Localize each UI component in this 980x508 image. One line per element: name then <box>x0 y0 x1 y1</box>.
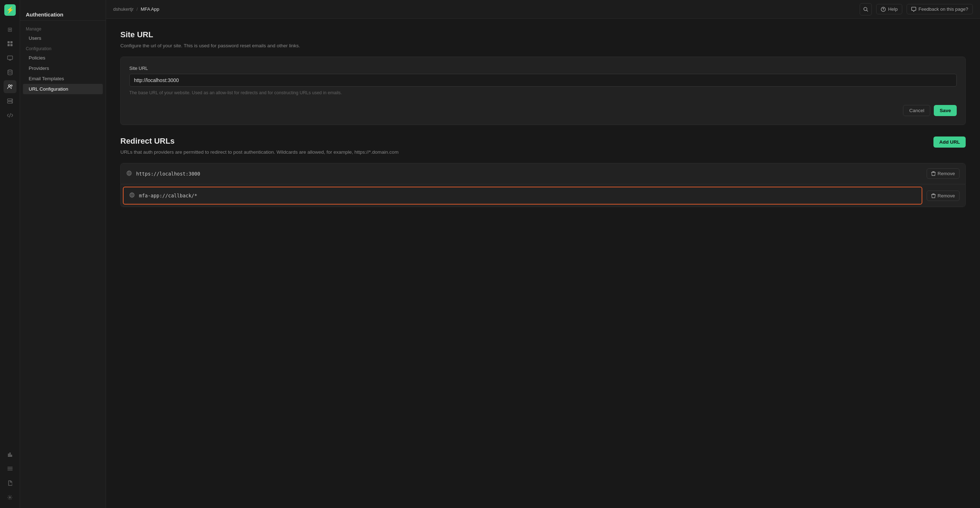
main-content: Site URL Configure the url of your site.… <box>106 19 980 508</box>
svg-point-6 <box>8 70 12 71</box>
search-icon <box>863 7 868 12</box>
search-button[interactable] <box>860 3 872 15</box>
svg-rect-0 <box>8 41 10 43</box>
site-url-section-desc: Configure the url of your site. This is … <box>120 42 966 49</box>
sidebar-item-policies[interactable]: Policies <box>23 53 103 63</box>
table-nav-icon[interactable] <box>3 37 16 50</box>
page-title-area: Authentication <box>20 6 106 21</box>
svg-rect-3 <box>10 44 13 46</box>
breadcrumb-user[interactable]: dshukertjr <box>113 6 134 12</box>
site-url-save-button[interactable]: Save <box>934 105 957 116</box>
manage-section-label: Manage <box>20 24 106 33</box>
redirect-entry-wrapper-1: mfa-app://callback/* Remove <box>121 184 965 207</box>
svg-point-21 <box>9 497 11 498</box>
remove-label-0: Remove <box>938 171 955 176</box>
configuration-section-label: Configuration <box>20 43 106 53</box>
home-nav-icon[interactable]: ⊞ <box>3 23 16 36</box>
redirect-urls-header: Redirect URLs URLs that auth providers a… <box>120 137 966 156</box>
header-right: Help Feedback on this page? <box>860 3 973 15</box>
svg-line-13 <box>9 113 11 118</box>
svg-line-23 <box>867 10 868 11</box>
remove-label-1: Remove <box>938 193 955 199</box>
breadcrumb: dshukertjr / MFA App <box>113 6 159 12</box>
file-nav-icon[interactable] <box>3 476 16 489</box>
redirect-urls-section-desc: URLs that auth providers are permitted t… <box>120 149 399 156</box>
globe-icon-1 <box>129 193 135 199</box>
svg-rect-2 <box>8 44 10 46</box>
logo-icon: ⚡ <box>6 6 14 14</box>
help-button[interactable]: Help <box>876 4 902 14</box>
sidebar-item-providers[interactable]: Providers <box>23 63 103 73</box>
help-icon <box>881 7 886 12</box>
list-nav-icon[interactable] <box>3 462 16 475</box>
main-wrapper: dshukertjr / MFA App Help Feedback on th… <box>106 0 980 508</box>
svg-rect-4 <box>8 56 13 59</box>
svg-point-11 <box>11 100 12 100</box>
site-url-field-label: Site URL <box>129 65 957 71</box>
monitor-nav-icon[interactable] <box>3 52 16 64</box>
redirect-entry-0: https://localhost:3000 Remove <box>121 163 965 184</box>
icon-sidebar: ⚡ ⊞ <box>0 0 20 508</box>
svg-point-22 <box>864 7 867 10</box>
site-url-section-title: Site URL <box>120 30 966 40</box>
feedback-label: Feedback on this page? <box>918 6 968 12</box>
app-logo[interactable]: ⚡ <box>4 4 16 16</box>
site-url-input[interactable] <box>129 74 957 87</box>
svg-rect-16 <box>10 453 10 456</box>
help-label: Help <box>888 6 897 12</box>
redirect-url-text-0: https://localhost:3000 <box>136 171 922 177</box>
svg-point-25 <box>883 10 884 10</box>
sidebar-item-url-configuration[interactable]: URL Configuration <box>23 84 103 94</box>
trash-icon-0 <box>931 171 935 176</box>
site-url-field-hint: The base URL of your website. Used as an… <box>129 89 957 96</box>
storage-nav-icon[interactable] <box>3 95 16 107</box>
left-nav-panel: Authentication Manage Users Configuratio… <box>20 0 106 508</box>
breadcrumb-page: MFA App <box>141 6 159 12</box>
redirect-entries-list: https://localhost:3000 Remove mfa-app://… <box>120 163 966 207</box>
svg-rect-31 <box>932 172 934 172</box>
svg-rect-37 <box>932 194 934 194</box>
page-title: Authentication <box>26 11 100 18</box>
code-nav-icon[interactable] <box>3 109 16 122</box>
site-url-cancel-button[interactable]: Cancel <box>903 105 930 116</box>
feedback-button[interactable]: Feedback on this page? <box>907 4 973 14</box>
users-nav-icon[interactable] <box>3 80 16 93</box>
top-header: dshukertjr / MFA App Help Feedback on th… <box>106 0 980 19</box>
svg-point-7 <box>8 85 10 87</box>
add-url-button[interactable]: Add URL <box>934 137 966 148</box>
sidebar-item-users[interactable]: Users <box>23 33 103 43</box>
site-url-card: Site URL The base URL of your website. U… <box>120 57 966 125</box>
redirect-header-text-block: Redirect URLs URLs that auth providers a… <box>120 137 399 156</box>
chart-nav-icon[interactable] <box>3 448 16 461</box>
remove-url-button-1[interactable]: Remove <box>927 191 959 201</box>
redirect-urls-section-title: Redirect URLs <box>120 137 399 146</box>
svg-point-12 <box>11 102 12 103</box>
remove-url-button-0[interactable]: Remove <box>927 168 959 179</box>
svg-point-8 <box>11 85 12 86</box>
svg-rect-15 <box>8 454 9 456</box>
settings-nav-icon[interactable] <box>3 491 16 504</box>
globe-icon-0 <box>126 170 132 177</box>
redirect-entry-1: mfa-app://callback/* <box>123 187 922 205</box>
svg-rect-1 <box>10 41 13 43</box>
trash-icon-1 <box>931 193 935 198</box>
svg-rect-17 <box>11 455 12 456</box>
feedback-icon <box>911 7 916 12</box>
site-url-card-actions: Cancel Save <box>129 105 957 116</box>
redirect-url-text-1: mfa-app://callback/* <box>139 193 916 199</box>
breadcrumb-separator: / <box>137 6 138 12</box>
sidebar-item-email-templates[interactable]: Email Templates <box>23 73 103 84</box>
database-nav-icon[interactable] <box>3 66 16 79</box>
